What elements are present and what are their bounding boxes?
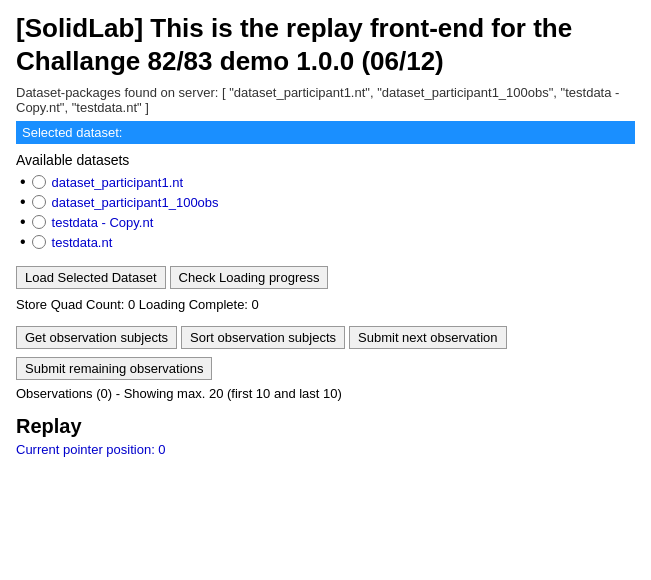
load-button-row: Load Selected Dataset Check Loading prog… (16, 266, 635, 289)
available-datasets-label: Available datasets (16, 152, 635, 168)
selected-dataset-label: Selected dataset: (22, 125, 122, 140)
list-item: • dataset_participant1.nt (20, 174, 635, 190)
dataset-link-3[interactable]: testdata - Copy.nt (52, 215, 154, 230)
dataset-link-1[interactable]: dataset_participant1.nt (52, 175, 184, 190)
dataset-radio-2[interactable] (32, 195, 46, 209)
get-subjects-button[interactable]: Get observation subjects (16, 326, 177, 349)
dataset-radio-1[interactable] (32, 175, 46, 189)
dataset-radio-4[interactable] (32, 235, 46, 249)
submit-remaining-button[interactable]: Submit remaining observations (16, 357, 212, 380)
store-status-text: Store Quad Count: 0 Loading Complete: 0 (16, 297, 635, 312)
dataset-link-2[interactable]: dataset_participant1_100obs (52, 195, 219, 210)
check-loading-button[interactable]: Check Loading progress (170, 266, 329, 289)
dataset-list: • dataset_participant1.nt • dataset_part… (16, 174, 635, 250)
bullet-dot: • (20, 234, 26, 250)
list-item: • dataset_participant1_100obs (20, 194, 635, 210)
selected-dataset-bar: Selected dataset: (16, 121, 635, 144)
replay-title: Replay (16, 415, 635, 438)
list-item: • testdata - Copy.nt (20, 214, 635, 230)
load-dataset-button[interactable]: Load Selected Dataset (16, 266, 166, 289)
bullet-dot: • (20, 214, 26, 230)
bullet-dot: • (20, 174, 26, 190)
bullet-dot: • (20, 194, 26, 210)
submit-remaining-row: Submit remaining observations (16, 357, 635, 380)
list-item: • testdata.nt (20, 234, 635, 250)
dataset-link-4[interactable]: testdata.nt (52, 235, 113, 250)
pointer-position: Current pointer position: 0 (16, 442, 635, 457)
dataset-radio-3[interactable] (32, 215, 46, 229)
sort-subjects-button[interactable]: Sort observation subjects (181, 326, 345, 349)
observation-button-row: Get observation subjects Sort observatio… (16, 326, 635, 349)
page-title: [SolidLab] This is the replay front-end … (16, 12, 635, 77)
observations-status: Observations (0) - Showing max. 20 (firs… (16, 386, 635, 401)
dataset-info: Dataset-packages found on server: [ "dat… (16, 85, 635, 115)
submit-next-button[interactable]: Submit next observation (349, 326, 506, 349)
